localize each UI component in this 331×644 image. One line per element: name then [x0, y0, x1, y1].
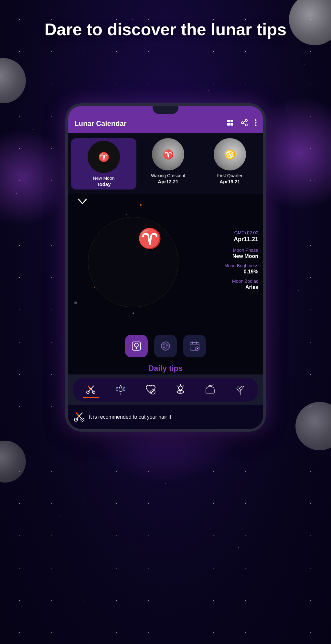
moon-phase-first-quarter[interactable]: ♋ First Quarter Apr19.21 — [200, 138, 260, 184]
tip-category-hair-care[interactable] — [112, 382, 129, 398]
hero-title: Dare to discover the lunar tips — [0, 19, 331, 39]
svg-point-11 — [255, 125, 257, 126]
orange-dot — [140, 204, 142, 206]
waxing-moon-circle: ♈ — [152, 138, 184, 170]
svg-point-6 — [245, 124, 247, 126]
tip-card: It is recommended to cut your hair if — [68, 405, 263, 429]
moon-info-panel: GMT+02:00 Apr11.21 Moon Phase New Moon M… — [198, 194, 263, 330]
daily-tips-label: Daily tips — [68, 362, 263, 374]
chevron-down-icon[interactable] — [78, 198, 87, 207]
tip-category-meditation[interactable] — [172, 382, 188, 398]
timezone-display: GMT+02:00 — [203, 230, 258, 235]
phase-value: New Moon — [203, 253, 258, 259]
zodiac-label: Moon Zodiac — [203, 279, 258, 284]
tip-category-plants[interactable] — [232, 382, 248, 398]
svg-point-9 — [255, 119, 257, 121]
grid-icon[interactable] — [226, 119, 234, 128]
svg-point-38 — [178, 386, 182, 390]
svg-line-41 — [183, 385, 184, 387]
share-icon[interactable] — [240, 119, 248, 128]
tip-category-haircut[interactable] — [83, 382, 99, 398]
moon-phases-strip: ♈ New Moon Today ♈ Waxing Crescent Apr12… — [68, 133, 263, 194]
app-title: Lunar Calendar — [74, 119, 126, 128]
tips-category-bar: z z z — [73, 378, 258, 402]
zodiac-value: Aries — [203, 284, 258, 290]
svg-point-18 — [162, 342, 169, 350]
svg-rect-2 — [227, 123, 230, 126]
svg-line-7 — [243, 123, 246, 125]
calendar-nav-button[interactable] — [183, 335, 206, 357]
waxing-moon-date: Apr12.21 — [158, 179, 178, 184]
phone-notch — [153, 106, 178, 114]
bottom-nav — [68, 330, 263, 362]
svg-rect-3 — [230, 123, 233, 126]
brightness-value: 0.19% — [203, 269, 258, 275]
purple-dot — [126, 214, 127, 215]
svg-point-20 — [166, 344, 168, 346]
new-moon-symbol: ♈ — [98, 152, 110, 162]
svg-point-21 — [164, 347, 165, 348]
svg-point-19 — [163, 343, 165, 345]
svg-point-4 — [245, 119, 247, 121]
svg-point-13 — [134, 343, 138, 347]
moon-nav-button[interactable] — [154, 335, 177, 357]
svg-line-8 — [243, 121, 246, 122]
main-moon-zodiac-symbol: ♈ — [138, 227, 162, 250]
new-moon-name: New Moon — [93, 176, 115, 181]
waxing-moon-symbol: ♈ — [163, 149, 174, 160]
svg-line-40 — [177, 385, 178, 387]
svg-line-51 — [76, 413, 79, 417]
first-quarter-symbol: ♋ — [224, 149, 236, 160]
new-moon-date: Today — [97, 181, 111, 187]
svg-text:z: z — [213, 383, 214, 385]
white-dot-2 — [74, 302, 77, 304]
star-dot — [94, 287, 95, 288]
phase-label: Moon Phase — [203, 248, 258, 253]
tip-card-text: It is recommended to cut your hair if — [89, 414, 171, 420]
tip-card-icon — [73, 410, 86, 424]
tip-category-health[interactable] — [143, 382, 159, 398]
svg-point-5 — [241, 122, 243, 124]
new-moon-circle: ♈ — [88, 141, 120, 173]
tip-category-sleep[interactable]: z z z — [202, 382, 218, 398]
brightness-label: Moon Brightness — [203, 263, 258, 268]
svg-rect-0 — [227, 120, 230, 122]
moon-main-area: ♈ GMT+02:00 Apr11.21 Moon Phase New Moon… — [68, 194, 263, 330]
waxing-moon-name: Waxing Crescent — [151, 173, 185, 178]
white-dot-1 — [133, 312, 134, 314]
tips-nav-button[interactable] — [125, 335, 148, 357]
first-quarter-circle: ♋ — [214, 138, 246, 170]
moon-phase-new-moon[interactable]: ♈ New Moon Today — [71, 138, 136, 189]
moon-main-left: ♈ — [68, 194, 198, 330]
header-icons-group — [226, 119, 257, 128]
svg-line-33 — [88, 386, 91, 390]
phone-frame: Lunar Calendar — [65, 103, 266, 432]
moon-phase-waxing[interactable]: ♈ Waxing Crescent Apr12.21 — [138, 138, 198, 184]
first-quarter-name: First Quarter — [217, 173, 243, 178]
more-icon[interactable] — [255, 119, 257, 128]
phone-mockup: Lunar Calendar — [65, 103, 266, 432]
first-quarter-date: Apr19.21 — [219, 179, 240, 184]
svg-point-42 — [179, 391, 181, 393]
moon-date-display: Apr11.21 — [203, 236, 258, 243]
svg-rect-1 — [230, 120, 233, 122]
main-moon-circle: ♈ — [88, 217, 178, 307]
svg-point-10 — [255, 122, 257, 124]
